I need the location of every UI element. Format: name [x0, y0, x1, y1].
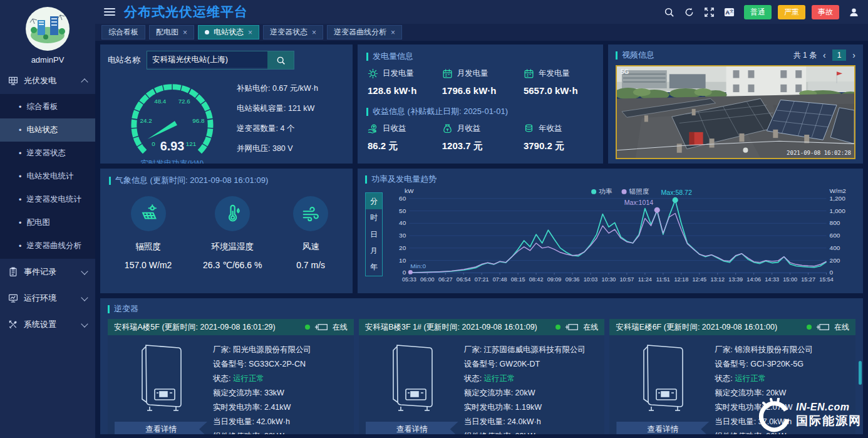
- search-icon[interactable]: [664, 7, 674, 18]
- svg-text:13:39: 13:39: [728, 276, 743, 283]
- period-tab-日[interactable]: 日: [366, 226, 382, 242]
- power-max-annotation: Max:58.72: [661, 190, 692, 197]
- alarm-badge-事故[interactable]: 事故: [812, 5, 839, 19]
- period-tab-月[interactable]: 月: [366, 242, 382, 259]
- alarm-badge-严重[interactable]: 严重: [778, 5, 805, 19]
- coin-hand-icon: [368, 123, 378, 134]
- station-panel: 电站名称 024.248.472.696.81216.93 实时发电功率(kW)…: [100, 44, 353, 164]
- svg-text:kW: kW: [405, 187, 414, 194]
- period-tab-分[interactable]: 分: [366, 193, 382, 209]
- bullet-icon: •: [19, 149, 21, 158]
- online-dot-icon: [555, 325, 561, 330]
- sidebar-group-事件记录[interactable]: 事件记录: [0, 259, 95, 285]
- detail-实时发电功率: 实时发电功率: 2.41kW: [213, 400, 349, 415]
- svg-text:05:33: 05:33: [402, 276, 416, 283]
- alarm-badge-普通[interactable]: 普通: [744, 5, 772, 19]
- station-search-input[interactable]: [147, 51, 267, 68]
- detail-value: 运行正常: [484, 374, 515, 383]
- calendar-icon: [524, 68, 534, 79]
- income-items: 日收益86.2 元月收益1203.7 元年收益3790.2 元: [368, 123, 594, 152]
- svg-text:0: 0: [403, 269, 406, 276]
- menu-toggle-icon[interactable]: [104, 8, 115, 16]
- metric-value: 86.2 元: [368, 140, 442, 152]
- period-tab-时[interactable]: 时: [366, 209, 382, 226]
- gauge-tick-label: 72.6: [178, 98, 191, 105]
- gauge-tick-label: 96.8: [192, 117, 205, 124]
- tab-bar: 综合看板配电图×电站状态×逆变器状态×逆变器曲线分析×: [95, 24, 868, 42]
- svg-text:07:48: 07:48: [493, 276, 507, 283]
- metric-月收益: 月收益1203.7 元: [442, 123, 524, 152]
- svg-text:14:06: 14:06: [747, 276, 761, 283]
- view-details-button[interactable]: 查看详情: [366, 422, 458, 434]
- svg-text:13:12: 13:12: [710, 276, 725, 283]
- inverter-card: 安科瑞A楼5F (更新时间: 2021-09-08 16:01:29)在线查看详…: [108, 319, 354, 434]
- tab-电站状态[interactable]: 电站状态×: [198, 25, 259, 39]
- sidebar-menu: 光伏发电•综合看板•电站状态•逆变器状态•电站发电统计•逆变器发电统计•配电图•…: [0, 68, 95, 338]
- weather-value: 157.0 W/m2: [125, 260, 172, 270]
- settings-icon: [8, 320, 18, 330]
- tab-逆变器状态[interactable]: 逆变器状态×: [263, 25, 323, 39]
- station-name-label: 电站名称: [108, 55, 140, 66]
- close-icon[interactable]: ×: [312, 29, 316, 36]
- sidebar-group-运行环境[interactable]: 运行环境: [0, 285, 95, 311]
- fullscreen-icon[interactable]: [704, 7, 715, 18]
- metric-label: 日发电量: [383, 68, 414, 79]
- watermark-sun-icon: [757, 398, 792, 433]
- scrollbar-thumb[interactable]: [859, 361, 862, 385]
- close-icon[interactable]: ×: [391, 29, 395, 36]
- detail-额定交流功率: 额定交流功率: 33kW: [213, 386, 349, 400]
- money-bag-icon: [442, 123, 453, 134]
- top-header: 分布式光伏运维平台 A文 普通严重事故: [95, 0, 868, 24]
- bullet-icon: •: [19, 196, 21, 204]
- tab-label: 逆变器状态: [270, 27, 307, 38]
- svg-text:400: 400: [830, 244, 840, 251]
- sidebar-group-系统设置[interactable]: 系统设置: [0, 311, 95, 338]
- sidebar-item-逆变器发电统计[interactable]: •逆变器发电统计: [0, 188, 95, 211]
- sidebar-item-电站发电统计[interactable]: •电站发电统计: [0, 165, 95, 188]
- video-next-button[interactable]: ›: [852, 50, 855, 60]
- station-search-button[interactable]: [267, 51, 294, 69]
- gauge-tick-label: 121: [186, 140, 196, 147]
- translate-icon[interactable]: A文: [724, 7, 735, 18]
- sidebar-item-配电图[interactable]: •配电图: [0, 211, 95, 234]
- detail-value: GCI-3P20K-5G: [750, 360, 803, 368]
- detail-value: 20kW: [766, 388, 786, 397]
- sidebar-item-逆变器曲线分析[interactable]: •逆变器曲线分析: [0, 234, 95, 258]
- sidebar-item-综合看板[interactable]: •综合看板: [0, 95, 95, 118]
- watermark-domain: IN-EN.com: [796, 402, 862, 413]
- refresh-icon[interactable]: [684, 7, 695, 18]
- close-icon[interactable]: ×: [183, 29, 187, 36]
- trend-chart: 0010200204003060040800501,000601,200kWW/…: [386, 187, 855, 293]
- weather-环境温湿度: 环境温湿度26.3 ℃/66.6 %: [203, 196, 262, 270]
- close-icon[interactable]: ×: [248, 29, 252, 36]
- inverter-card-header: 安科瑞B楼3F 1# (更新时间: 2021-09-08 16:01:09)在线: [359, 319, 605, 335]
- video-prev-button[interactable]: ‹: [823, 50, 826, 60]
- sun-icon: [368, 68, 378, 79]
- company-logo: [25, 6, 70, 51]
- user-icon[interactable]: [849, 7, 859, 18]
- inverter-status: 在线: [555, 322, 598, 333]
- sidebar-group-光伏发电[interactable]: 光伏发电: [0, 68, 95, 94]
- video-page-number[interactable]: 1: [832, 50, 847, 61]
- station-info-电站装机容量: 电站装机容量: 121 kW: [237, 103, 345, 114]
- tab-label: 电站状态: [214, 27, 244, 38]
- svg-text:06:00: 06:00: [420, 276, 435, 283]
- sidebar-item-逆变器状态[interactable]: •逆变器状态: [0, 142, 95, 165]
- logo-area: adminPV: [0, 0, 95, 68]
- tab-逆变器曲线分析[interactable]: 逆变器曲线分析×: [327, 25, 402, 39]
- view-details-button[interactable]: 查看详情: [115, 422, 207, 434]
- weather-value: 0.7 m/s: [293, 260, 328, 270]
- tab-配电图[interactable]: 配电图×: [149, 25, 194, 39]
- video-title: 视频信息: [616, 50, 654, 61]
- inverter-card-header: 安科瑞A楼5F (更新时间: 2021-09-08 16:01:29)在线: [108, 319, 354, 335]
- sidebar-item-电站状态[interactable]: •电站状态: [0, 118, 95, 142]
- gauge-svg: 024.248.472.696.81216.93: [110, 72, 234, 159]
- tab-综合看板[interactable]: 综合看板: [101, 25, 145, 39]
- video-feed[interactable]: 5G 2021-09-08 16:02:28: [616, 65, 855, 159]
- online-dot-icon: [807, 325, 812, 330]
- view-details-button[interactable]: 查看详情: [616, 422, 709, 434]
- detail-value: 阳光电源股份有限公司: [233, 345, 311, 354]
- inverter-card-header: 安科瑞E楼6F (更新时间: 2021-09-08 16:01:00)在线: [609, 319, 855, 335]
- inverter-device-image: [633, 342, 693, 414]
- period-tab-年[interactable]: 年: [366, 259, 382, 276]
